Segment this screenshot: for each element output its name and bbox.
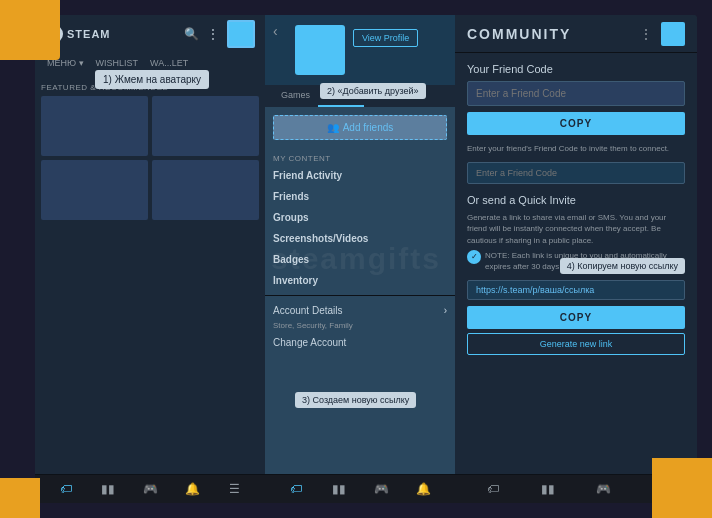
invite-link-row: https://s.team/p/ваша/ссылка	[467, 280, 685, 300]
add-friends-label: Add friends	[343, 122, 394, 133]
generate-new-link-button[interactable]: Generate new link	[467, 333, 685, 355]
quick-invite-description: Generate a link to share via email or SM…	[467, 212, 685, 246]
bottom-nav-bell-icon[interactable]: 🔔	[184, 481, 200, 497]
middle-bottom-library-icon[interactable]: ▮▮	[331, 481, 347, 497]
menu-item-badges[interactable]: Badges	[265, 249, 455, 270]
middle-panel: ‹ View Profile 2) «Добавить друзей» Game…	[265, 15, 455, 503]
steam-logo-text: STEAM	[67, 28, 111, 40]
right-panel: COMMUNITY ⋮ Your Friend Code COPY Enter …	[455, 15, 697, 503]
community-content: Your Friend Code COPY Enter your friend'…	[455, 53, 697, 474]
middle-bottom-nav: 🏷 ▮▮ 🎮 🔔	[265, 474, 455, 503]
gift-decoration-tl	[0, 0, 60, 60]
add-friends-button[interactable]: 👥 Add friends	[273, 115, 447, 140]
account-details-arrow-icon: ›	[444, 305, 447, 316]
featured-grid	[41, 96, 259, 220]
invite-link-text: https://s.team/p/ваша/ссылка	[476, 285, 676, 295]
profile-section: View Profile	[265, 15, 455, 85]
content-area: FEATURED & RECOMMENDED	[35, 73, 265, 474]
invite-copy-button[interactable]: COPY	[467, 306, 685, 329]
profile-avatar	[295, 25, 345, 75]
bottom-nav-tag-icon[interactable]: 🏷	[58, 481, 74, 497]
menu-item-friend-activity[interactable]: Friend Activity	[265, 165, 455, 186]
featured-item-1	[41, 96, 148, 156]
bottom-nav-library-icon[interactable]: ▮▮	[100, 481, 116, 497]
middle-bottom-tag-icon[interactable]: 🏷	[288, 481, 304, 497]
featured-item-2	[152, 96, 259, 156]
middle-bottom-controller-icon[interactable]: 🎮	[373, 481, 389, 497]
community-title: COMMUNITY	[467, 26, 571, 42]
gift-decoration-br	[652, 458, 712, 518]
menu-item-inventory[interactable]: Inventory	[265, 270, 455, 291]
my-content-label: MY CONTENT	[265, 148, 455, 165]
friend-code-title: Your Friend Code	[467, 63, 685, 75]
middle-bottom-bell-icon[interactable]: 🔔	[416, 481, 432, 497]
tooltip-step2: 2) «Добавить друзей»	[320, 83, 426, 99]
more-options-icon[interactable]: ⋮	[205, 26, 221, 42]
featured-item-3	[41, 160, 148, 220]
bottom-nav-menu-icon[interactable]: ☰	[226, 481, 242, 497]
menu-item-screenshots-videos[interactable]: Screenshots/Videos	[265, 228, 455, 249]
gift-decoration-bl	[0, 478, 40, 518]
community-more-icon[interactable]: ⋮	[639, 26, 653, 42]
copy-tooltip-container: 4) Копируем новую ссылку https://s.team/…	[467, 280, 685, 355]
tooltip-step3: 3) Создаем новую ссылку	[295, 392, 416, 408]
menu-item-friends[interactable]: Friends	[265, 186, 455, 207]
right-bottom-controller-icon[interactable]: 🎮	[596, 481, 612, 497]
menu-item-account-details[interactable]: Account Details ›	[265, 300, 455, 321]
notice-check-icon: ✓	[467, 250, 481, 264]
left-panel: STEAM 🔍 ⋮ 1) Жмем на аватарку МЕНЮ ▾ WIS…	[35, 15, 265, 503]
tooltip-step4: 4) Копируем новую ссылку	[560, 258, 685, 274]
add-friends-icon: 👥	[327, 122, 339, 133]
menu-item-change-account[interactable]: Change Account	[265, 332, 455, 353]
user-avatar[interactable]	[227, 20, 255, 48]
friend-code-helper-text: Enter your friend's Friend Code to invit…	[467, 143, 685, 154]
account-details-sub: Store, Security, Family	[265, 321, 455, 332]
tooltip-step1: 1) Жмем на аватарку	[95, 70, 209, 89]
right-bottom-library-icon[interactable]: ▮▮	[540, 481, 556, 497]
main-container: STEAM 🔍 ⋮ 1) Жмем на аватарку МЕНЮ ▾ WIS…	[35, 15, 697, 503]
friend-code-input[interactable]	[467, 81, 685, 106]
friend-code-copy-button[interactable]: COPY	[467, 112, 685, 135]
enter-friend-code-input[interactable]	[467, 162, 685, 184]
featured-item-4	[152, 160, 259, 220]
view-profile-button[interactable]: View Profile	[353, 29, 418, 47]
community-user-avatar[interactable]	[661, 22, 685, 46]
left-bottom-nav: 🏷 ▮▮ 🎮 🔔 ☰	[35, 474, 265, 503]
back-arrow-button[interactable]: ‹	[273, 23, 278, 39]
divider-1	[265, 295, 455, 296]
community-header-right: ⋮	[639, 22, 685, 46]
menu-item-groups[interactable]: Groups	[265, 207, 455, 228]
steam-header: STEAM 🔍 ⋮	[35, 15, 265, 53]
steam-header-icons: 🔍 ⋮	[183, 20, 255, 48]
profile-tab-games[interactable]: Games	[273, 85, 318, 107]
community-header: COMMUNITY ⋮	[455, 15, 697, 53]
account-details-label: Account Details	[273, 305, 342, 316]
quick-invite-title: Or send a Quick Invite	[467, 194, 685, 206]
search-icon[interactable]: 🔍	[183, 26, 199, 42]
bottom-nav-controller-icon[interactable]: 🎮	[142, 481, 158, 497]
right-bottom-tag-icon[interactable]: 🏷	[485, 481, 501, 497]
